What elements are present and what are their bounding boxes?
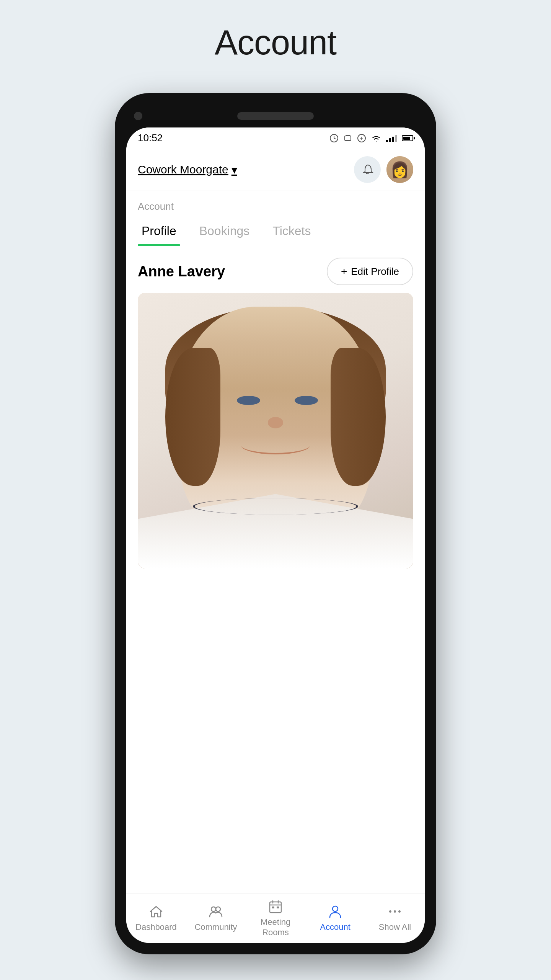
bottom-nav: Dashboard Community (126, 893, 425, 943)
nav-item-dashboard[interactable]: Dashboard (126, 893, 186, 943)
nav-label-community: Community (194, 922, 237, 932)
svg-rect-6 (272, 906, 274, 908)
home-icon (148, 904, 164, 919)
profile-photo-container (138, 293, 413, 568)
edit-profile-plus-icon: + (341, 265, 347, 278)
tabs-container: Profile Bookings Tickets (126, 216, 425, 246)
photo-smile (241, 436, 310, 454)
more-icon (387, 904, 403, 919)
workspace-name-label: Cowork Moorgate (138, 163, 228, 176)
app-header: Cowork Moorgate ▾ (126, 149, 425, 191)
svg-rect-1 (345, 136, 351, 140)
content-area: Account Profile Bookings Tickets Anne La… (126, 191, 425, 893)
nav-label-meeting-rooms: Meeting Rooms (261, 917, 290, 938)
svg-point-8 (333, 906, 338, 911)
nav-item-show-all[interactable]: Show All (365, 893, 425, 943)
edit-profile-button[interactable]: + Edit Profile (327, 258, 413, 285)
nav-item-account[interactable]: Account (305, 893, 365, 943)
photo-eye-right (295, 396, 318, 405)
phone-screen: 10:52 (126, 127, 425, 943)
battery-icon (402, 135, 413, 141)
phone-top-bar (126, 105, 425, 127)
tab-profile[interactable]: Profile (138, 216, 180, 246)
svg-rect-7 (277, 906, 279, 908)
photo-hair-left (165, 348, 220, 486)
header-actions (354, 156, 413, 183)
phone-camera (134, 112, 142, 120)
workspace-selector[interactable]: Cowork Moorgate ▾ (138, 163, 237, 176)
photo-hair-right (331, 348, 386, 486)
svg-point-3 (211, 907, 216, 911)
nav-label-account: Account (320, 922, 350, 932)
svg-point-10 (394, 910, 396, 913)
tab-bookings[interactable]: Bookings (196, 216, 254, 246)
account-section-label: Account (126, 191, 425, 216)
avatar (386, 156, 413, 183)
svg-point-11 (398, 910, 401, 913)
photo-eye-left (237, 396, 260, 405)
phone-sensor (409, 112, 417, 120)
profile-name: Anne Lavery (138, 263, 225, 280)
person-icon (328, 904, 343, 919)
page-title: Account (215, 23, 336, 62)
status-icons (329, 134, 413, 143)
calendar-icon (268, 899, 283, 914)
nav-label-dashboard: Dashboard (135, 922, 177, 932)
nav-item-community[interactable]: Community (186, 893, 246, 943)
app-icon-3 (357, 134, 366, 143)
spacer (126, 568, 425, 584)
status-bar: 10:52 (126, 127, 425, 149)
phone-frame: 10:52 (115, 93, 436, 954)
signal-bars (386, 134, 397, 142)
svg-point-4 (216, 907, 220, 911)
profile-photo (138, 293, 413, 568)
notifications-button[interactable] (354, 156, 381, 183)
tab-tickets[interactable]: Tickets (269, 216, 315, 246)
app-icon-1 (329, 134, 339, 143)
workspace-chevron: ▾ (231, 163, 237, 176)
community-icon (208, 904, 223, 919)
photo-stethoscope (193, 498, 358, 514)
app-icon-2 (343, 134, 352, 143)
user-avatar-button[interactable] (386, 156, 413, 183)
nav-label-show-all: Show All (379, 922, 411, 932)
photo-nose (268, 417, 283, 429)
wifi-icon (371, 134, 381, 142)
nav-item-meeting-rooms[interactable]: Meeting Rooms (246, 893, 305, 943)
svg-rect-5 (270, 902, 281, 913)
svg-point-9 (389, 910, 391, 913)
edit-profile-label: Edit Profile (351, 266, 399, 278)
profile-header: Anne Lavery + Edit Profile (126, 246, 425, 293)
phone-speaker (237, 112, 314, 120)
bell-icon (361, 163, 373, 176)
status-time: 10:52 (138, 132, 163, 144)
